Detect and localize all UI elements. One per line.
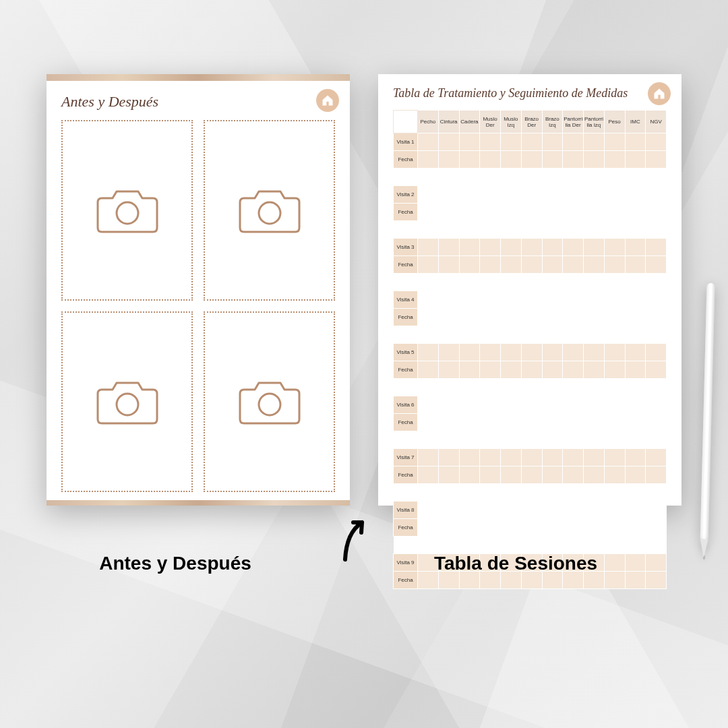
- table-cell[interactable]: [584, 344, 605, 361]
- table-cell[interactable]: [584, 414, 605, 431]
- table-cell[interactable]: [480, 239, 501, 256]
- table-cell[interactable]: [418, 291, 439, 309]
- table-cell[interactable]: [459, 291, 480, 309]
- table-cell[interactable]: [438, 396, 459, 414]
- table-cell[interactable]: [542, 466, 563, 484]
- table-cell[interactable]: [625, 466, 646, 484]
- table-cell[interactable]: [542, 309, 563, 326]
- table-cell[interactable]: [438, 361, 459, 379]
- table-cell[interactable]: [563, 256, 584, 274]
- table-cell[interactable]: [604, 186, 625, 204]
- table-cell[interactable]: [480, 414, 501, 431]
- table-cell[interactable]: [480, 519, 501, 537]
- table-cell[interactable]: [521, 344, 542, 361]
- table-cell[interactable]: [542, 519, 563, 537]
- table-cell[interactable]: [646, 344, 667, 361]
- table-cell[interactable]: [480, 186, 501, 204]
- table-cell[interactable]: [521, 519, 542, 537]
- table-cell[interactable]: [563, 309, 584, 326]
- table-cell[interactable]: [521, 361, 542, 379]
- table-cell[interactable]: [625, 502, 646, 519]
- table-cell[interactable]: [563, 466, 584, 484]
- table-cell[interactable]: [584, 291, 605, 309]
- table-cell[interactable]: [459, 344, 480, 361]
- table-cell[interactable]: [646, 133, 667, 151]
- table-cell[interactable]: [646, 256, 667, 274]
- table-cell[interactable]: [521, 151, 542, 169]
- table-cell[interactable]: [459, 519, 480, 537]
- table-cell[interactable]: [480, 151, 501, 169]
- table-cell[interactable]: [646, 204, 667, 221]
- table-cell[interactable]: [563, 414, 584, 431]
- table-cell[interactable]: [521, 291, 542, 309]
- table-cell[interactable]: [604, 502, 625, 519]
- table-cell[interactable]: [501, 133, 522, 151]
- table-cell[interactable]: [584, 186, 605, 204]
- table-cell[interactable]: [563, 449, 584, 466]
- table-cell[interactable]: [604, 396, 625, 414]
- table-cell[interactable]: [604, 239, 625, 256]
- table-cell[interactable]: [418, 466, 439, 484]
- table-cell[interactable]: [501, 151, 522, 169]
- table-cell[interactable]: [563, 519, 584, 537]
- table-cell[interactable]: [563, 502, 584, 519]
- table-cell[interactable]: [604, 519, 625, 537]
- table-cell[interactable]: [480, 396, 501, 414]
- table-cell[interactable]: [418, 256, 439, 274]
- table-cell[interactable]: [459, 151, 480, 169]
- table-cell[interactable]: [438, 449, 459, 466]
- table-cell[interactable]: [563, 186, 584, 204]
- table-cell[interactable]: [542, 502, 563, 519]
- table-cell[interactable]: [438, 309, 459, 326]
- table-cell[interactable]: [480, 449, 501, 466]
- table-cell[interactable]: [418, 502, 439, 519]
- table-cell[interactable]: [604, 361, 625, 379]
- table-cell[interactable]: [521, 449, 542, 466]
- table-cell[interactable]: [625, 361, 646, 379]
- table-cell[interactable]: [584, 204, 605, 221]
- table-cell[interactable]: [646, 151, 667, 169]
- table-cell[interactable]: [418, 414, 439, 431]
- table-cell[interactable]: [625, 344, 646, 361]
- table-cell[interactable]: [501, 239, 522, 256]
- table-cell[interactable]: [625, 414, 646, 431]
- table-cell[interactable]: [584, 309, 605, 326]
- table-cell[interactable]: [418, 239, 439, 256]
- table-cell[interactable]: [604, 291, 625, 309]
- table-cell[interactable]: [418, 519, 439, 537]
- table-cell[interactable]: [646, 291, 667, 309]
- table-cell[interactable]: [501, 204, 522, 221]
- table-cell[interactable]: [418, 133, 439, 151]
- table-cell[interactable]: [584, 151, 605, 169]
- table-cell[interactable]: [438, 204, 459, 221]
- table-cell[interactable]: [542, 133, 563, 151]
- photo-slot-4[interactable]: [204, 311, 335, 492]
- table-cell[interactable]: [501, 291, 522, 309]
- table-cell[interactable]: [584, 396, 605, 414]
- table-cell[interactable]: [563, 291, 584, 309]
- table-cell[interactable]: [563, 204, 584, 221]
- table-cell[interactable]: [501, 361, 522, 379]
- table-cell[interactable]: [584, 256, 605, 274]
- table-cell[interactable]: [480, 204, 501, 221]
- table-cell[interactable]: [438, 133, 459, 151]
- table-cell[interactable]: [459, 502, 480, 519]
- table-cell[interactable]: [542, 396, 563, 414]
- table-cell[interactable]: [418, 344, 439, 361]
- table-cell[interactable]: [438, 291, 459, 309]
- table-cell[interactable]: [542, 256, 563, 274]
- table-cell[interactable]: [501, 414, 522, 431]
- table-cell[interactable]: [459, 396, 480, 414]
- table-cell[interactable]: [625, 239, 646, 256]
- table-cell[interactable]: [563, 239, 584, 256]
- table-cell[interactable]: [521, 133, 542, 151]
- photo-slot-2[interactable]: [204, 120, 335, 301]
- table-cell[interactable]: [646, 572, 667, 589]
- table-cell[interactable]: [480, 291, 501, 309]
- table-cell[interactable]: [459, 204, 480, 221]
- table-cell[interactable]: [501, 502, 522, 519]
- table-cell[interactable]: [604, 414, 625, 431]
- table-cell[interactable]: [646, 309, 667, 326]
- table-cell[interactable]: [480, 309, 501, 326]
- table-cell[interactable]: [542, 186, 563, 204]
